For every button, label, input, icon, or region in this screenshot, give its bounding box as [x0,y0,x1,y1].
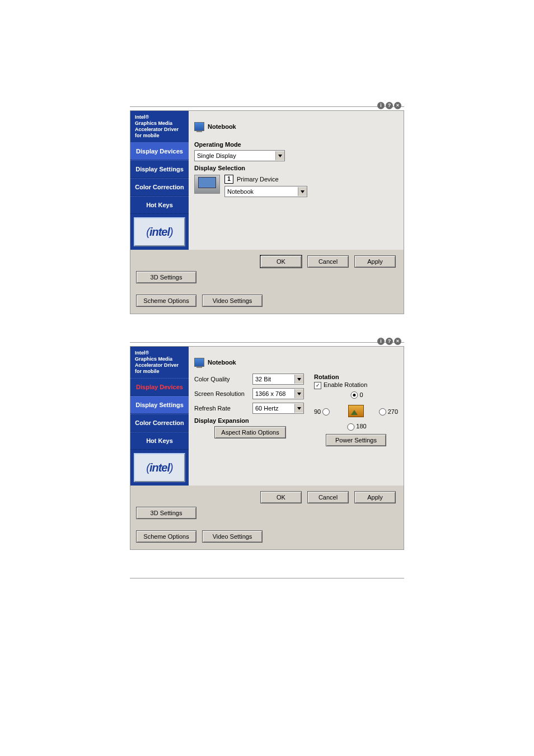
enable-rotation-checkbox[interactable]: ✓Enable Rotation [314,381,398,389]
operating-mode-label: Operating Mode [194,141,398,148]
apply-button[interactable]: Apply [354,255,396,268]
svg-marker-0 [278,155,282,157]
color-quality-select[interactable]: 32 Bit [252,374,304,385]
scheme-options-button[interactable]: Scheme Options [136,530,196,543]
rotation-0[interactable]: 0 [349,391,363,399]
rotation-preview-icon [348,405,364,417]
ok-button[interactable]: OK [260,491,302,503]
scheme-options-button[interactable]: Scheme Options [136,295,196,307]
monitor-icon [194,358,204,367]
primary-device-badge: 1 [224,175,233,184]
intel-logo[interactable]: intel [134,453,185,482]
info-icon[interactable]: i [377,338,385,345]
monitor-icon [194,122,204,131]
sidebar-item-hot-keys[interactable]: Hot Keys [130,196,189,214]
chevron-down-icon [298,187,307,196]
dialog-buttons: OK Cancel Apply [130,250,404,268]
display-selection-label: Display Selection [194,165,398,171]
operating-mode-select[interactable]: Single Display [194,150,285,161]
chevron-down-icon [294,375,303,384]
color-quality-label: Color Quality [194,376,248,382]
sidebar-item-display-settings[interactable]: Display Settings [130,396,189,414]
3d-settings-button[interactable]: 3D Settings [136,271,196,283]
sidebar: Intel® Graphics Media Accelerator Driver… [130,111,189,250]
video-settings-button[interactable]: Video Settings [202,530,263,543]
sidebar-item-display-devices[interactable]: Display Devices [130,142,189,160]
close-icon[interactable]: × [394,338,401,345]
apply-button[interactable]: Apply [354,491,396,503]
sidebar-item-color-correction[interactable]: Color Correction [130,414,189,432]
sidebar-title: Intel® Graphics Media Accelerator Driver… [130,347,189,378]
aspect-ratio-options-button[interactable]: Aspect Ratio Options [214,426,286,438]
dialog-buttons: OK Cancel Apply [130,486,404,503]
rotation-90[interactable]: 90 [314,408,331,416]
sidebar-item-display-settings[interactable]: Display Settings [130,160,189,178]
intel-graphics-panel-display-devices: i ? × Intel® Graphics Media Accelerator … [130,110,404,314]
primary-device-label: Primary Device [237,176,279,183]
checkbox-icon: ✓ [314,382,321,389]
chevron-down-icon [294,404,303,413]
intel-graphics-panel-display-settings: i ? × Intel® Graphics Media Accelerator … [130,346,404,550]
help-icon[interactable]: ? [386,102,393,109]
help-icon[interactable]: ? [386,338,393,345]
intel-logo[interactable]: intel [134,217,185,246]
svg-marker-1 [301,190,305,193]
sidebar: Intel® Graphics Media Accelerator Driver… [130,347,189,486]
extra-buttons: 3D Settings Scheme Options Video Setting… [130,268,404,314]
refresh-rate-label: Refresh Rate [194,405,248,412]
chevron-down-icon [294,389,303,398]
3d-settings-button[interactable]: 3D Settings [136,507,196,519]
rotation-270[interactable]: 270 [377,408,398,416]
cancel-button[interactable]: Cancel [307,255,349,268]
titlebar-icons: i ? × [377,338,401,345]
video-settings-button[interactable]: Video Settings [202,295,263,307]
sidebar-title: Intel® Graphics Media Accelerator Driver… [130,111,189,142]
page-header: Notebook [208,359,236,366]
close-icon[interactable]: × [394,102,401,109]
sidebar-item-display-devices[interactable]: Display Devices [130,378,189,396]
sidebar-item-hot-keys[interactable]: Hot Keys [130,432,189,450]
power-settings-button[interactable]: Power Settings [326,434,386,446]
ok-button[interactable]: OK [260,255,302,268]
page-header: Notebook [208,123,236,130]
screen-resolution-select[interactable]: 1366 x 768 [252,388,304,399]
extra-buttons: 3D Settings Scheme Options Video Setting… [130,503,404,549]
svg-marker-2 [297,378,301,381]
chevron-down-icon [275,151,284,160]
sidebar-item-color-correction[interactable]: Color Correction [130,178,189,196]
info-icon[interactable]: i [377,102,385,109]
rotation-group: Rotation ✓Enable Rotation 0 90 270 180 P… [314,374,398,446]
rotation-180[interactable]: 180 [345,423,366,431]
main-display-devices: Notebook Operating Mode Single Display D… [189,111,404,250]
cancel-button[interactable]: Cancel [307,491,349,503]
laptop-icon [194,175,220,194]
screen-resolution-label: Screen Resolution [194,390,248,397]
titlebar-icons: i ? × [377,102,401,109]
svg-marker-3 [297,393,301,395]
main-display-settings: Notebook Color Quality 32 Bit Screen Res… [189,347,404,486]
refresh-rate-select[interactable]: 60 Hertz [252,403,304,414]
svg-marker-4 [297,407,301,410]
primary-device-select[interactable]: Notebook [224,186,307,197]
rotation-title: Rotation [314,374,398,380]
